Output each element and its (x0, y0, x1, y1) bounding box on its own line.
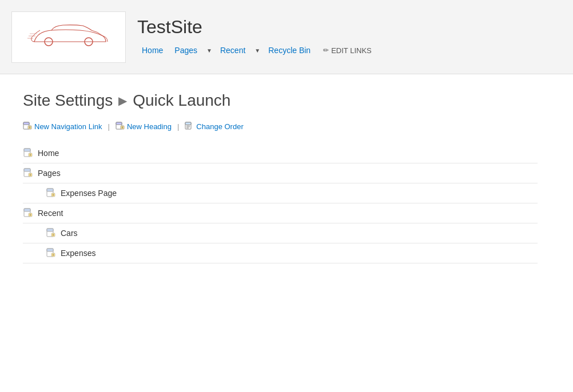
page-edit-icon (46, 228, 56, 238)
list-item: Recent (23, 203, 538, 223)
svg-rect-16 (185, 122, 191, 125)
nav-item-label[interactable]: Pages (38, 169, 61, 178)
nav-home[interactable]: Home (137, 43, 168, 57)
nav-recycle-bin[interactable]: Recycle Bin (264, 43, 315, 57)
nav-item-label[interactable]: Expenses Page (61, 189, 117, 198)
nav-recent-dropdown[interactable]: ▼ (252, 45, 261, 56)
pencil-icon: ✏ (323, 46, 329, 54)
site-logo (11, 11, 126, 63)
new-navigation-link-button[interactable]: New Navigation Link (23, 121, 102, 132)
list-item: Expenses Page (23, 183, 538, 203)
breadcrumb-current: Quick Launch (133, 91, 230, 110)
top-navigation: Home Pages ▼ Recent ▼ Recycle Bin ✏ EDIT… (137, 43, 372, 57)
page-edit-icon (46, 188, 56, 198)
list-item: Expenses (23, 243, 538, 263)
list-item: Pages (23, 163, 538, 183)
breadcrumb-separator: ▶ (118, 94, 127, 107)
navigation-list: Home Pages (23, 143, 538, 263)
list-item: Cars (23, 223, 538, 243)
main-content: Site Settings ▶ Quick Launch New Navigat… (0, 74, 573, 281)
nav-recent[interactable]: Recent (216, 43, 250, 57)
svg-rect-6 (23, 122, 29, 125)
page-edit-icon (23, 168, 33, 178)
svg-rect-36 (24, 209, 30, 211)
svg-rect-11 (116, 122, 122, 125)
nav-item-label[interactable]: Cars (61, 229, 78, 238)
page-edit-icon (46, 248, 56, 258)
chevron-down-icon: ▼ (206, 47, 212, 54)
change-order-button[interactable]: Change Order (185, 121, 243, 132)
site-header: TestSite Home Pages ▼ Recent ▼ Recycle B… (0, 0, 573, 74)
edit-links-button[interactable]: ✏ EDIT LINKS (323, 46, 372, 55)
header-right: TestSite Home Pages ▼ Recent ▼ Recycle B… (137, 17, 372, 57)
page-edit-icon (23, 148, 33, 158)
toolbar-sep-1: | (108, 122, 110, 131)
breadcrumb-parent[interactable]: Site Settings (23, 91, 113, 110)
nav-pages[interactable]: Pages (170, 43, 202, 57)
chevron-down-icon: ▼ (254, 47, 260, 54)
svg-rect-21 (24, 149, 30, 151)
site-title: TestSite (137, 17, 372, 38)
svg-rect-31 (47, 189, 53, 191)
new-nav-icon (23, 121, 32, 132)
new-heading-icon (116, 121, 125, 132)
list-item: Home (23, 143, 538, 163)
quick-launch-toolbar: New Navigation Link | New Heading | (23, 121, 550, 132)
nav-item-label[interactable]: Recent (38, 209, 63, 218)
nav-pages-dropdown[interactable]: ▼ (204, 45, 213, 56)
page-heading: Site Settings ▶ Quick Launch (23, 91, 550, 110)
change-order-icon (185, 121, 194, 132)
new-heading-button[interactable]: New Heading (116, 121, 172, 132)
nav-item-label[interactable]: Expenses (61, 249, 96, 258)
nav-item-label[interactable]: Home (38, 149, 59, 158)
svg-rect-46 (47, 249, 53, 251)
page-edit-icon (23, 208, 33, 218)
svg-rect-26 (24, 169, 30, 171)
toolbar-sep-2: | (177, 122, 179, 131)
svg-rect-41 (47, 229, 53, 231)
